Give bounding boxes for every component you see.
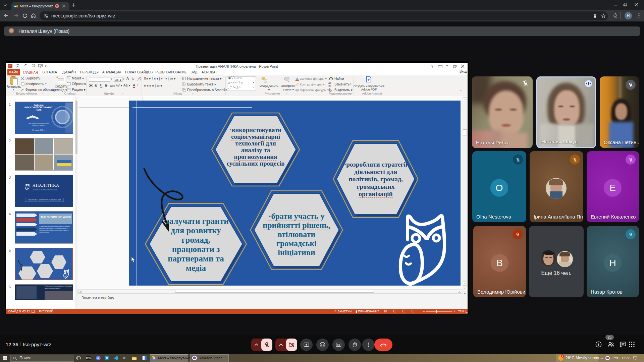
svg-text:CC: CC <box>337 344 340 346</box>
